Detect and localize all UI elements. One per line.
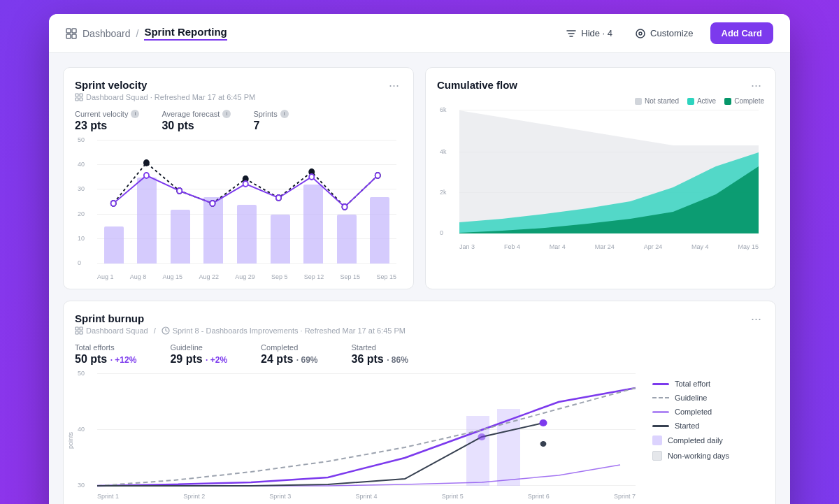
svg-rect-9: [80, 98, 83, 101]
info-icon-2: i: [222, 110, 231, 118]
svg-rect-31: [76, 327, 78, 330]
current-velocity-stat: Current velocity i 23 pts: [75, 110, 139, 132]
svg-rect-3: [72, 34, 76, 38]
cumulative-svg: [459, 110, 759, 233]
burnup-content: 30 40 50: [64, 368, 775, 504]
svg-point-38: [540, 419, 547, 426]
svg-rect-34: [80, 331, 83, 334]
svg-point-39: [478, 433, 486, 440]
svg-rect-7: [80, 94, 83, 96]
svg-rect-0: [66, 29, 71, 33]
burnup-title: Sprint burnup: [75, 312, 406, 324]
burnup-card: Sprint burnup Dashboard Squad / Sprint 8…: [63, 301, 776, 504]
velocity-x-labels: Aug 1Aug 8Aug 15Aug 22Aug 29Sep 5Sep 12S…: [97, 273, 396, 280]
burnup-total-efforts: Total efforts 50 pts · +12%: [75, 343, 136, 366]
svg-point-4: [636, 29, 645, 38]
info-icon: i: [131, 110, 139, 118]
top-row: Sprint velocity Dashboard Squad · Refres…: [63, 67, 776, 289]
burnup-completed: Completed 24 pts · 69%: [261, 343, 317, 366]
legend-complete: Complete: [724, 97, 764, 105]
customize-button[interactable]: Customize: [629, 24, 698, 43]
svg-point-22: [210, 201, 215, 206]
svg-rect-33: [76, 331, 78, 334]
svg-point-23: [243, 181, 248, 187]
sprints-stat: Sprints i 7: [253, 110, 288, 132]
burnup-chart: 30 40 50: [75, 374, 641, 500]
legend-completed-daily: Completed daily: [652, 435, 764, 445]
burnup-legend: Total effort Guideline Completed Started: [652, 374, 764, 500]
burnup-guideline: Guideline 29 pts · +2%: [170, 343, 227, 366]
svg-rect-1: [72, 29, 76, 33]
svg-point-5: [639, 32, 642, 35]
svg-point-26: [342, 204, 347, 210]
svg-rect-6: [76, 94, 78, 96]
svg-point-27: [375, 173, 380, 178]
breadcrumb: Dashboard / Sprint Reporting: [66, 26, 227, 41]
svg-rect-8: [76, 98, 78, 101]
cumulative-legend: Not started Active Complete: [635, 97, 764, 105]
burnup-y-axis-label: points: [67, 432, 74, 449]
burnup-more-button[interactable]: ···: [748, 312, 764, 325]
cumulative-chart-area: Not started Active Complete: [426, 92, 775, 259]
velocity-card-header: Sprint velocity Dashboard Squad · Refres…: [64, 68, 413, 101]
velocity-chart: 0 10 20 30 40 50: [75, 141, 402, 280]
header: Dashboard / Sprint Reporting Hide · 4 Cu…: [49, 14, 790, 53]
legend-guideline: Guideline: [652, 394, 764, 402]
info-icon-3: i: [280, 110, 289, 118]
svg-point-21: [177, 188, 182, 194]
svg-point-25: [309, 174, 314, 180]
cumulative-card: Cumulative flow ··· Not started: [425, 67, 776, 289]
dashboard-icon: [66, 28, 77, 39]
app-container: Dashboard / Sprint Reporting Hide · 4 Cu…: [49, 14, 790, 504]
burnup-svg: [97, 374, 636, 486]
svg-point-20: [144, 173, 149, 178]
velocity-title: Sprint velocity: [75, 79, 255, 91]
cumulative-chart: 0 2k 4k 6k: [437, 110, 764, 250]
svg-point-40: [540, 441, 547, 447]
svg-point-19: [111, 201, 116, 206]
velocity-chart-area: 0 10 20 30 40 50: [64, 135, 413, 289]
svg-rect-36: [466, 416, 489, 486]
velocity-more-button[interactable]: ···: [386, 79, 402, 92]
velocity-stats: Current velocity i 23 pts Average foreca…: [64, 101, 413, 135]
hide-button[interactable]: Hide · 4: [560, 24, 618, 43]
burnup-card-header: Sprint burnup Dashboard Squad / Sprint 8…: [64, 301, 775, 335]
burnup-started: Started 36 pts · 86%: [351, 343, 408, 366]
burnup-subtitle: Dashboard Squad / Sprint 8 - Dashboards …: [75, 326, 406, 335]
legend-total-effort: Total effort: [652, 380, 764, 388]
content: Sprint velocity Dashboard Squad · Refres…: [49, 53, 790, 504]
burnup-stats: Total efforts 50 pts · +12% Guideline 29…: [64, 335, 775, 368]
breadcrumb-current: Sprint Reporting: [144, 26, 227, 41]
cumulative-x-labels: Jan 3Feb 4Mar 4Mar 24Apr 24May 4May 15: [459, 243, 759, 250]
legend-not-started: Not started: [635, 97, 679, 105]
legend-active: Active: [687, 97, 716, 105]
velocity-card: Sprint velocity Dashboard Squad · Refres…: [63, 67, 414, 289]
velocity-line-svg: [97, 141, 396, 264]
cumulative-more-button[interactable]: ···: [748, 79, 764, 92]
average-forecast-stat: Average forecast i 30 pts: [162, 110, 231, 132]
breadcrumb-parent[interactable]: Dashboard: [83, 28, 131, 39]
breadcrumb-separator: /: [136, 28, 139, 39]
cumulative-card-header: Cumulative flow ···: [426, 68, 775, 92]
cumulative-title: Cumulative flow: [437, 79, 517, 91]
header-actions: Hide · 4 Customize Add Card: [560, 22, 773, 44]
svg-point-24: [276, 195, 281, 201]
add-card-button[interactable]: Add Card: [710, 22, 774, 44]
svg-rect-2: [66, 34, 71, 38]
legend-started: Started: [652, 422, 764, 430]
velocity-subtitle: Dashboard Squad · Refreshed Mar 17 at 6:…: [75, 93, 255, 101]
legend-completed: Completed: [652, 408, 764, 416]
legend-non-working-days: Non-working days: [652, 451, 764, 461]
burnup-x-labels: Sprint 1Sprint 2Sprint 3Sprint 4Sprint 5…: [97, 493, 636, 500]
svg-rect-32: [80, 327, 83, 330]
svg-point-11: [143, 159, 150, 166]
